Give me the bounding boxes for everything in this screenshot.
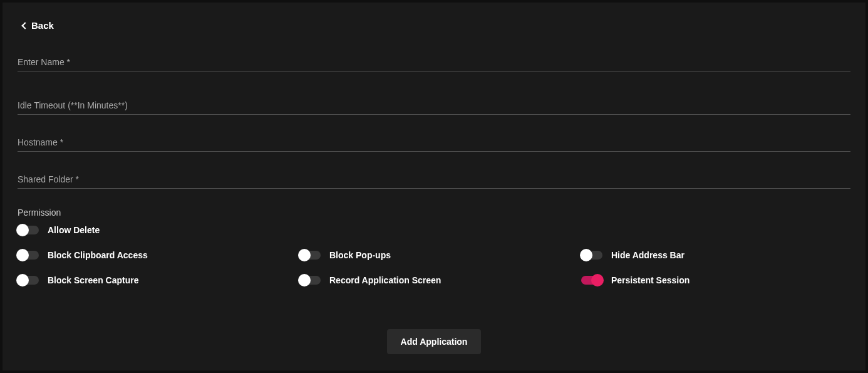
- hide-address-bar-label: Hide Address Bar: [611, 250, 685, 260]
- add-button-wrap: Add Application: [3, 329, 865, 354]
- hide-address-bar-toggle[interactable]: [581, 251, 602, 260]
- allow-delete-row: Allow Delete: [18, 225, 850, 235]
- hide-address-bar-item: Hide Address Bar: [581, 250, 850, 260]
- form-fields: [18, 53, 850, 189]
- chevron-left-icon: [21, 22, 28, 29]
- back-button[interactable]: Back: [18, 15, 63, 36]
- record-app-screen-toggle[interactable]: [299, 276, 321, 285]
- block-screen-capture-item: Block Screen Capture: [18, 275, 287, 285]
- shared-folder-input[interactable]: [18, 171, 850, 189]
- hostname-input[interactable]: [18, 134, 850, 152]
- form-panel: Back Permission Allow Delete Block Clipb…: [3, 3, 865, 370]
- allow-delete-label: Allow Delete: [48, 225, 100, 235]
- name-input[interactable]: [18, 53, 850, 71]
- persistent-session-item: Persistent Session: [581, 275, 850, 285]
- allow-delete-item: Allow Delete: [18, 225, 850, 235]
- block-screen-capture-label: Block Screen Capture: [48, 275, 139, 285]
- block-clipboard-item: Block Clipboard Access: [18, 250, 287, 260]
- back-label: Back: [31, 20, 54, 31]
- toggle-grid: Block Clipboard Access Block Pop-ups Hid…: [18, 250, 850, 285]
- name-field-wrap: [18, 53, 850, 71]
- add-application-button[interactable]: Add Application: [387, 329, 482, 354]
- block-popups-item: Block Pop-ups: [299, 250, 569, 260]
- block-clipboard-toggle[interactable]: [18, 251, 39, 260]
- allow-delete-toggle[interactable]: [18, 226, 39, 234]
- block-screen-capture-toggle[interactable]: [18, 276, 39, 285]
- record-app-screen-label: Record Application Screen: [329, 275, 441, 285]
- idle-timeout-input[interactable]: [18, 97, 850, 115]
- block-popups-toggle[interactable]: [299, 251, 321, 260]
- block-clipboard-label: Block Clipboard Access: [48, 250, 148, 260]
- block-popups-label: Block Pop-ups: [329, 250, 391, 260]
- idle-field-wrap: [18, 97, 850, 115]
- persistent-session-label: Persistent Session: [611, 275, 690, 285]
- hostname-field-wrap: [18, 134, 850, 152]
- record-app-screen-item: Record Application Screen: [299, 275, 569, 285]
- persistent-session-toggle[interactable]: [581, 276, 602, 285]
- permission-heading: Permission: [18, 208, 850, 218]
- shared-folder-field-wrap: [18, 171, 850, 189]
